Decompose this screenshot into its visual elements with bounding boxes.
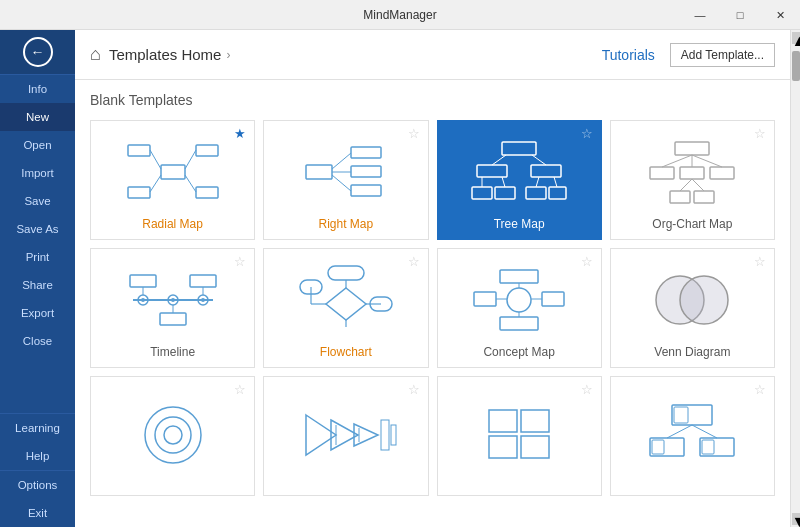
maximize-button[interactable]: □	[720, 0, 760, 30]
svg-rect-85	[489, 436, 517, 458]
close-button[interactable]: ✕	[760, 0, 800, 30]
svg-rect-94	[702, 440, 714, 454]
template-name-venn: Venn Diagram	[654, 345, 730, 359]
template-card-venn[interactable]: ☆ Venn Diagram	[610, 248, 775, 368]
svg-rect-93	[700, 438, 734, 456]
template-card-concept-map[interactable]: ☆	[437, 248, 602, 368]
sidebar-item-export[interactable]: Export	[0, 299, 75, 327]
content-area: ⌂ Templates Home › Tutorials Add Templat…	[75, 30, 790, 527]
svg-rect-51	[190, 275, 216, 287]
sidebar-item-new[interactable]: New	[0, 103, 75, 131]
header-bar: ⌂ Templates Home › Tutorials Add Templat…	[75, 30, 790, 80]
svg-rect-21	[472, 187, 492, 199]
template-diagram-matrix	[446, 387, 593, 482]
svg-point-46	[201, 298, 205, 302]
window-controls: — □ ✕	[680, 0, 800, 30]
template-name-concept: Concept Map	[483, 345, 554, 359]
home-icon: ⌂	[90, 44, 101, 65]
svg-rect-53	[328, 266, 364, 280]
svg-line-4	[150, 175, 161, 192]
breadcrumb-text: Templates Home	[109, 46, 222, 63]
template-card-tree-map[interactable]: ☆	[437, 120, 602, 240]
tutorials-link[interactable]: Tutorials	[602, 47, 655, 63]
sidebar-item-exit[interactable]: Exit	[0, 499, 75, 527]
sidebar-item-saveas[interactable]: Save As	[0, 215, 75, 243]
star-icon: ☆	[754, 126, 766, 141]
svg-rect-25	[526, 187, 546, 199]
template-diagram-tree	[446, 131, 593, 212]
sidebar-spacer	[0, 355, 75, 413]
svg-rect-49	[160, 313, 186, 325]
template-card-funnel[interactable]: ☆	[263, 376, 428, 496]
sidebar-item-info[interactable]: Info	[0, 75, 75, 103]
template-card-right-map[interactable]: ☆	[263, 120, 428, 240]
sidebar-item-print[interactable]: Print	[0, 243, 75, 271]
template-diagram-right	[272, 131, 419, 212]
svg-rect-87	[672, 405, 712, 425]
svg-rect-36	[670, 191, 690, 203]
scrollbar-thumb[interactable]	[792, 51, 800, 81]
sidebar-footer: Options Exit	[0, 470, 75, 527]
sidebar: ← Info New Open Import Save Save As Prin…	[0, 30, 75, 527]
minimize-button[interactable]: —	[680, 0, 720, 30]
sidebar-item-open[interactable]: Open	[0, 131, 75, 159]
svg-rect-12	[351, 166, 381, 177]
svg-rect-82	[391, 425, 396, 445]
svg-line-28	[554, 177, 557, 187]
back-button[interactable]: ←	[0, 30, 75, 75]
sidebar-item-share[interactable]: Share	[0, 271, 75, 299]
svg-rect-17	[477, 165, 507, 177]
scrollbar-down[interactable]: ▼	[792, 513, 800, 525]
sidebar-item-options[interactable]: Options	[0, 471, 75, 499]
svg-rect-88	[674, 407, 688, 423]
svg-line-39	[692, 179, 704, 191]
svg-line-2	[150, 150, 161, 169]
breadcrumb-arrow: ›	[226, 48, 230, 62]
template-card-timeline[interactable]: ☆	[90, 248, 255, 368]
sidebar-item-help[interactable]: Help	[0, 442, 75, 470]
star-icon: ☆	[581, 126, 593, 141]
svg-rect-14	[351, 185, 381, 196]
svg-rect-63	[474, 292, 496, 306]
section-title: Blank Templates	[90, 92, 775, 108]
template-name-org: Org-Chart Map	[652, 217, 732, 231]
svg-line-11	[332, 153, 351, 169]
template-card-org2[interactable]: ☆	[610, 376, 775, 496]
svg-line-31	[662, 155, 692, 167]
svg-point-73	[145, 407, 201, 463]
svg-rect-10	[351, 147, 381, 158]
star-icon: ☆	[581, 382, 593, 397]
svg-point-44	[171, 298, 175, 302]
star-icon: ☆	[581, 254, 593, 269]
svg-rect-27	[549, 187, 566, 199]
svg-rect-29	[675, 142, 709, 155]
sidebar-item-import[interactable]: Import	[0, 159, 75, 187]
svg-point-62	[507, 288, 531, 312]
sidebar-item-close[interactable]: Close	[0, 327, 75, 355]
template-card-matrix[interactable]: ☆	[437, 376, 602, 496]
star-icon: ☆	[754, 254, 766, 269]
svg-rect-1	[128, 145, 150, 156]
svg-rect-5	[196, 145, 218, 156]
template-diagram-funnel	[272, 387, 419, 482]
star-icon: ☆	[408, 126, 420, 141]
template-card-radial-map[interactable]: ★	[90, 120, 255, 240]
add-template-button[interactable]: Add Template...	[670, 43, 775, 67]
svg-rect-81	[381, 420, 389, 450]
svg-rect-65	[542, 292, 564, 306]
template-card-org-chart[interactable]: ☆	[610, 120, 775, 240]
template-card-flowchart[interactable]: ☆	[263, 248, 428, 368]
svg-rect-9	[306, 165, 332, 179]
sidebar-item-save[interactable]: Save	[0, 187, 75, 215]
template-diagram-org2	[619, 387, 766, 482]
star-icon: ☆	[408, 382, 420, 397]
scrollbar[interactable]: ▲ ▼	[790, 30, 800, 527]
svg-rect-83	[489, 410, 517, 432]
scrollbar-up[interactable]: ▲	[792, 32, 800, 44]
sidebar-item-learning[interactable]: Learning	[0, 414, 75, 442]
template-card-circular[interactable]: ☆	[90, 376, 255, 496]
template-diagram-timeline	[99, 259, 246, 340]
templates-section: Blank Templates ★	[75, 80, 790, 527]
svg-line-8	[185, 175, 196, 192]
svg-line-89	[667, 425, 692, 438]
